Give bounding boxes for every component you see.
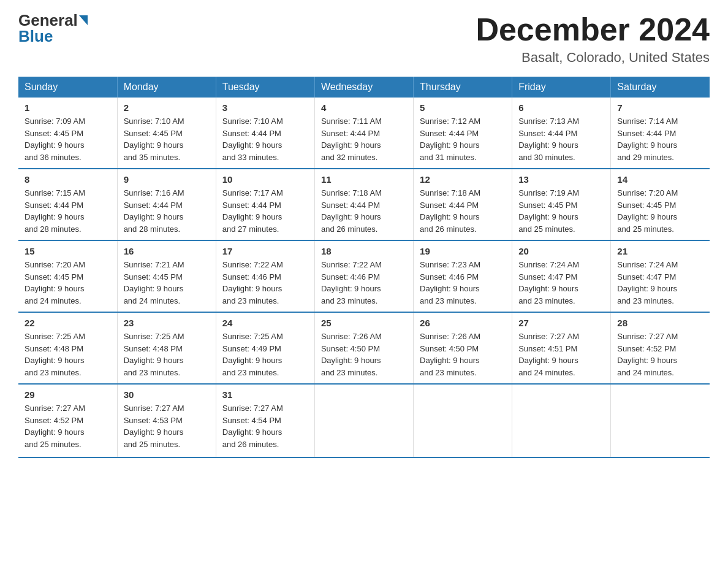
day-info: Sunrise: 7:18 AM Sunset: 4:44 PM Dayligh…	[321, 187, 407, 235]
calendar-week-row: 15 Sunrise: 7:20 AM Sunset: 4:45 PM Dayl…	[18, 240, 710, 312]
day-info: Sunrise: 7:25 AM Sunset: 4:48 PM Dayligh…	[25, 331, 111, 378]
calendar-cell: 19 Sunrise: 7:23 AM Sunset: 4:46 PM Dayl…	[414, 240, 512, 312]
calendar-cell: 29 Sunrise: 7:27 AM Sunset: 4:52 PM Dayl…	[18, 384, 117, 458]
day-number: 28	[617, 318, 703, 328]
calendar-cell	[611, 384, 710, 458]
day-info: Sunrise: 7:26 AM Sunset: 4:50 PM Dayligh…	[321, 331, 407, 378]
day-number: 31	[222, 389, 308, 400]
calendar-header-row: SundayMondayTuesdayWednesdayThursdayFrid…	[18, 77, 710, 98]
day-number: 3	[222, 102, 308, 113]
calendar-cell: 2 Sunrise: 7:10 AM Sunset: 4:45 PM Dayli…	[117, 98, 216, 169]
day-number: 2	[124, 102, 210, 113]
day-info: Sunrise: 7:20 AM Sunset: 4:45 PM Dayligh…	[25, 259, 111, 307]
calendar-cell: 31 Sunrise: 7:27 AM Sunset: 4:54 PM Dayl…	[216, 384, 314, 458]
day-number: 15	[25, 246, 111, 256]
day-info: Sunrise: 7:16 AM Sunset: 4:44 PM Dayligh…	[124, 187, 210, 235]
calendar-cell: 10 Sunrise: 7:17 AM Sunset: 4:44 PM Dayl…	[216, 169, 314, 240]
day-number: 12	[420, 174, 506, 185]
calendar-cell: 1 Sunrise: 7:09 AM Sunset: 4:45 PM Dayli…	[18, 98, 117, 169]
day-number: 18	[321, 246, 407, 256]
day-info: Sunrise: 7:26 AM Sunset: 4:50 PM Dayligh…	[420, 331, 506, 378]
calendar-cell: 5 Sunrise: 7:12 AM Sunset: 4:44 PM Dayli…	[414, 98, 512, 169]
calendar-week-row: 29 Sunrise: 7:27 AM Sunset: 4:52 PM Dayl…	[18, 384, 710, 458]
day-info: Sunrise: 7:27 AM Sunset: 4:52 PM Dayligh…	[25, 402, 111, 450]
day-info: Sunrise: 7:11 AM Sunset: 4:44 PM Dayligh…	[321, 115, 407, 163]
day-info: Sunrise: 7:14 AM Sunset: 4:44 PM Dayligh…	[617, 115, 703, 163]
day-number: 21	[617, 246, 703, 256]
calendar-cell: 17 Sunrise: 7:22 AM Sunset: 4:46 PM Dayl…	[216, 240, 314, 312]
calendar-cell: 26 Sunrise: 7:26 AM Sunset: 4:50 PM Dayl…	[414, 312, 512, 384]
day-number: 26	[420, 318, 506, 328]
day-info: Sunrise: 7:17 AM Sunset: 4:44 PM Dayligh…	[222, 187, 308, 235]
header-tuesday: Tuesday	[216, 77, 314, 98]
day-number: 13	[518, 174, 604, 185]
calendar-cell: 18 Sunrise: 7:22 AM Sunset: 4:46 PM Dayl…	[314, 240, 413, 312]
day-number: 16	[124, 246, 210, 256]
calendar-cell: 25 Sunrise: 7:26 AM Sunset: 4:50 PM Dayl…	[314, 312, 413, 384]
calendar-cell	[414, 384, 512, 458]
day-number: 24	[222, 318, 308, 328]
day-number: 20	[518, 246, 604, 256]
location-subtitle: Basalt, Colorado, United States	[476, 50, 710, 66]
calendar-week-row: 22 Sunrise: 7:25 AM Sunset: 4:48 PM Dayl…	[18, 312, 710, 384]
day-info: Sunrise: 7:24 AM Sunset: 4:47 PM Dayligh…	[518, 259, 604, 307]
day-number: 9	[124, 174, 210, 185]
calendar-cell	[512, 384, 611, 458]
calendar-cell: 30 Sunrise: 7:27 AM Sunset: 4:53 PM Dayl…	[117, 384, 216, 458]
calendar-cell: 3 Sunrise: 7:10 AM Sunset: 4:44 PM Dayli…	[216, 98, 314, 169]
day-info: Sunrise: 7:20 AM Sunset: 4:45 PM Dayligh…	[617, 187, 703, 235]
calendar-cell: 11 Sunrise: 7:18 AM Sunset: 4:44 PM Dayl…	[314, 169, 413, 240]
day-info: Sunrise: 7:19 AM Sunset: 4:45 PM Dayligh…	[518, 187, 604, 235]
calendar-cell: 20 Sunrise: 7:24 AM Sunset: 4:47 PM Dayl…	[512, 240, 611, 312]
day-info: Sunrise: 7:27 AM Sunset: 4:51 PM Dayligh…	[518, 331, 604, 378]
day-number: 25	[321, 318, 407, 328]
day-info: Sunrise: 7:22 AM Sunset: 4:46 PM Dayligh…	[321, 259, 407, 307]
calendar-cell: 9 Sunrise: 7:16 AM Sunset: 4:44 PM Dayli…	[117, 169, 216, 240]
day-number: 19	[420, 246, 506, 256]
day-info: Sunrise: 7:25 AM Sunset: 4:49 PM Dayligh…	[222, 331, 308, 378]
day-info: Sunrise: 7:15 AM Sunset: 4:44 PM Dayligh…	[25, 187, 111, 235]
logo-arrow-icon	[79, 15, 88, 25]
day-number: 30	[124, 389, 210, 400]
day-info: Sunrise: 7:21 AM Sunset: 4:45 PM Dayligh…	[124, 259, 210, 307]
month-year-title: December 2024	[476, 12, 710, 47]
header-thursday: Thursday	[414, 77, 512, 98]
header-saturday: Saturday	[611, 77, 710, 98]
day-number: 14	[617, 174, 703, 185]
day-info: Sunrise: 7:10 AM Sunset: 4:45 PM Dayligh…	[124, 115, 210, 163]
calendar-cell: 15 Sunrise: 7:20 AM Sunset: 4:45 PM Dayl…	[18, 240, 117, 312]
logo-blue-text: Blue	[18, 28, 53, 44]
calendar-cell: 16 Sunrise: 7:21 AM Sunset: 4:45 PM Dayl…	[117, 240, 216, 312]
calendar-cell: 7 Sunrise: 7:14 AM Sunset: 4:44 PM Dayli…	[611, 98, 710, 169]
header-monday: Monday	[117, 77, 216, 98]
day-number: 1	[25, 102, 111, 113]
logo-general-text: General	[18, 12, 78, 28]
day-number: 29	[25, 389, 111, 400]
calendar-cell: 6 Sunrise: 7:13 AM Sunset: 4:44 PM Dayli…	[512, 98, 611, 169]
day-info: Sunrise: 7:22 AM Sunset: 4:46 PM Dayligh…	[222, 259, 308, 307]
calendar-cell: 14 Sunrise: 7:20 AM Sunset: 4:45 PM Dayl…	[611, 169, 710, 240]
day-number: 6	[518, 102, 604, 113]
day-info: Sunrise: 7:13 AM Sunset: 4:44 PM Dayligh…	[518, 115, 604, 163]
day-info: Sunrise: 7:18 AM Sunset: 4:44 PM Dayligh…	[420, 187, 506, 235]
day-info: Sunrise: 7:24 AM Sunset: 4:47 PM Dayligh…	[617, 259, 703, 307]
day-info: Sunrise: 7:25 AM Sunset: 4:48 PM Dayligh…	[124, 331, 210, 378]
calendar-cell: 21 Sunrise: 7:24 AM Sunset: 4:47 PM Dayl…	[611, 240, 710, 312]
header-wednesday: Wednesday	[314, 77, 413, 98]
day-info: Sunrise: 7:27 AM Sunset: 4:52 PM Dayligh…	[617, 331, 703, 378]
day-number: 4	[321, 102, 407, 113]
day-info: Sunrise: 7:09 AM Sunset: 4:45 PM Dayligh…	[25, 115, 111, 163]
header: General Blue December 2024 Basalt, Color…	[18, 12, 710, 66]
day-info: Sunrise: 7:12 AM Sunset: 4:44 PM Dayligh…	[420, 115, 506, 163]
header-sunday: Sunday	[18, 77, 117, 98]
calendar-cell: 22 Sunrise: 7:25 AM Sunset: 4:48 PM Dayl…	[18, 312, 117, 384]
day-number: 11	[321, 174, 407, 185]
calendar-cell	[314, 384, 413, 458]
day-number: 22	[25, 318, 111, 328]
calendar-cell: 12 Sunrise: 7:18 AM Sunset: 4:44 PM Dayl…	[414, 169, 512, 240]
day-number: 10	[222, 174, 308, 185]
calendar-table: SundayMondayTuesdayWednesdayThursdayFrid…	[18, 77, 710, 458]
calendar-week-row: 8 Sunrise: 7:15 AM Sunset: 4:44 PM Dayli…	[18, 169, 710, 240]
calendar-cell: 13 Sunrise: 7:19 AM Sunset: 4:45 PM Dayl…	[512, 169, 611, 240]
calendar-cell: 8 Sunrise: 7:15 AM Sunset: 4:44 PM Dayli…	[18, 169, 117, 240]
